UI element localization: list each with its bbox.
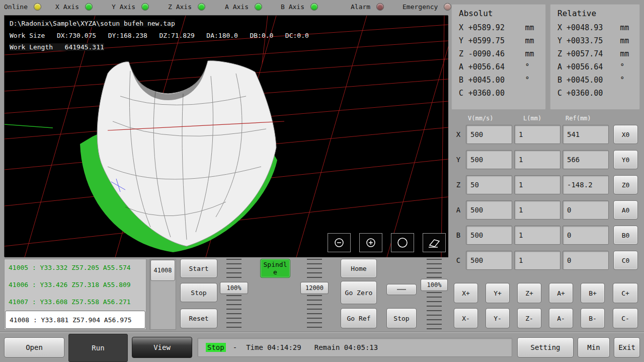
jog-x-minus-button[interactable]: X-: [454, 308, 478, 328]
z-length-input[interactable]: [514, 175, 560, 194]
jog-x-plus-button[interactable]: X+: [454, 283, 478, 303]
abs-z-axis: Z: [459, 47, 464, 60]
work-length-readout: Work Length 641945.311: [10, 43, 104, 51]
axis-label-y: Y: [454, 156, 463, 164]
spindle-slider-ticks-top: [307, 259, 322, 281]
jog-b-plus-button[interactable]: B+: [581, 283, 605, 303]
jog-b-minus-button[interactable]: B-: [581, 308, 605, 328]
stop-secondary-button[interactable]: Stop: [386, 308, 417, 328]
rel-c-unit: [620, 87, 632, 100]
axis-label-z: Z: [454, 181, 463, 189]
rapid-override-slider[interactable]: 100%: [421, 259, 448, 330]
go-zero-button[interactable]: Go Zero: [341, 281, 377, 304]
gcode-line-slider[interactable]: 41008: [149, 259, 176, 330]
fit-view-button[interactable]: [391, 233, 414, 252]
zoom-out-icon: [332, 237, 346, 249]
rel-b-unit: °: [620, 74, 632, 87]
emergency-led-icon: [444, 3, 451, 11]
go-ref-button[interactable]: Go Ref: [341, 308, 377, 328]
status-separator: -: [233, 343, 237, 351]
z-zero-button[interactable]: Z0: [613, 175, 638, 194]
start-button[interactable]: Start: [180, 259, 217, 278]
x-axis-led-icon: [85, 3, 93, 11]
zoom-out-button[interactable]: [328, 233, 351, 252]
abs-b-unit: °: [525, 74, 538, 87]
rel-x-axis: X: [557, 21, 562, 34]
jog-y-minus-button[interactable]: Y-: [486, 308, 510, 328]
c-length-input[interactable]: [514, 251, 560, 270]
jog-c-plus-button[interactable]: C+: [613, 283, 638, 303]
viewport-3d[interactable]: D:\Radonix\Sample\XYZA\sotun bufeh new.t…: [4, 15, 448, 257]
jog-y-plus-button[interactable]: Y+: [486, 283, 510, 303]
b-velocity-input[interactable]: [466, 226, 512, 245]
setting-button[interactable]: Setting: [517, 337, 574, 357]
rapid-override-thumb[interactable]: 100%: [421, 279, 448, 291]
spindle-button[interactable]: Spindle: [260, 259, 290, 278]
c-ref-input[interactable]: [562, 251, 609, 270]
abs-z-value: -0090.46: [468, 47, 521, 60]
jog-a-plus-button[interactable]: A+: [549, 283, 573, 303]
y-zero-button[interactable]: Y0: [613, 150, 638, 169]
b-zero-button[interactable]: B0: [613, 226, 638, 245]
gcode-line-slider-thumb[interactable]: 41008: [150, 260, 175, 281]
abs-y-row: Y+0599.75mm: [459, 34, 538, 47]
indicator-emergency-label: Emergency: [403, 3, 438, 11]
work-size-readout: Work Size DX:730.075 DY:168.238 DZ:71.82…: [10, 32, 309, 39]
dash-icon: [397, 289, 406, 290]
clear-view-button[interactable]: [423, 233, 446, 252]
a-velocity-input[interactable]: [466, 200, 512, 220]
a-length-input[interactable]: [514, 200, 560, 220]
home-button[interactable]: Home: [341, 259, 377, 278]
gcode-line[interactable]: 41007 : Y33.608 Z57.558 A56.271: [5, 294, 146, 311]
abs-c-unit: [525, 87, 538, 100]
b-length-input[interactable]: [514, 226, 560, 245]
rel-z-row: Z+0057.74mm: [557, 47, 632, 60]
c-zero-button[interactable]: C0: [613, 251, 638, 270]
z-velocity-input[interactable]: [466, 175, 512, 194]
rapid-slider-ticks-bottom: [427, 292, 442, 330]
spindle-speed-slider[interactable]: 12000: [300, 259, 329, 330]
a-ref-input[interactable]: [562, 200, 609, 220]
rel-a-row: A+0056.64°: [557, 60, 632, 74]
b-ref-input[interactable]: [562, 226, 609, 245]
gcode-line-list[interactable]: 41005 : Y33.332 Z57.205 A55.574 41006 : …: [4, 259, 146, 330]
y-ref-input[interactable]: [562, 150, 609, 169]
x-ref-input[interactable]: [562, 125, 609, 144]
c-velocity-input[interactable]: [466, 251, 512, 270]
online-led-icon: [34, 3, 41, 11]
reset-button[interactable]: Reset: [180, 309, 217, 328]
abs-c-row: C+0360.00: [459, 87, 538, 100]
zoom-in-button[interactable]: [359, 233, 382, 252]
jog-c-minus-button[interactable]: C-: [613, 308, 638, 328]
jog-z-plus-button[interactable]: Z+: [517, 283, 541, 303]
y-length-input[interactable]: [514, 150, 560, 169]
min-button[interactable]: Min: [578, 337, 610, 357]
spindle-speed-thumb[interactable]: 12000: [300, 282, 329, 294]
indicator-z-axis-label: Z Axis: [168, 3, 192, 11]
gcode-line[interactable]: 41006 : Y33.426 Z57.318 A55.809: [5, 276, 146, 294]
gcode-line-current[interactable]: 41008 : Y33.881 Z57.904 A56.975: [5, 311, 145, 329]
open-button[interactable]: Open: [4, 337, 64, 357]
x-zero-button[interactable]: X0: [613, 125, 638, 144]
x-velocity-input[interactable]: [466, 125, 512, 144]
y-velocity-input[interactable]: [466, 150, 512, 169]
x-length-input[interactable]: [514, 125, 560, 144]
feed-override-slider[interactable]: 100%: [220, 259, 248, 330]
z-ref-input[interactable]: [562, 175, 609, 194]
jog-z-minus-button[interactable]: Z-: [517, 308, 541, 328]
aux-blank-button[interactable]: [386, 284, 417, 295]
alarm-led-icon: [376, 3, 384, 11]
loaded-file-path: D:\Radonix\Sample\XYZA\sotun bufeh new.t…: [10, 20, 175, 27]
gcode-line[interactable]: 41005 : Y33.332 Z57.205 A55.574: [5, 259, 146, 276]
b-axis-led-icon: [310, 3, 318, 11]
view-button[interactable]: View: [132, 337, 192, 358]
tab-run-active[interactable]: Run: [68, 334, 128, 362]
circle-icon: [395, 237, 410, 249]
jog-a-minus-button[interactable]: A-: [549, 308, 573, 328]
feed-override-thumb[interactable]: 100%: [220, 282, 248, 294]
a-zero-button[interactable]: A0: [613, 200, 638, 220]
abs-b-axis: B: [459, 74, 464, 87]
exit-button[interactable]: Exit: [614, 337, 640, 357]
stop-button[interactable]: Stop: [180, 283, 217, 302]
header-l-mm: L(mm): [523, 115, 541, 122]
